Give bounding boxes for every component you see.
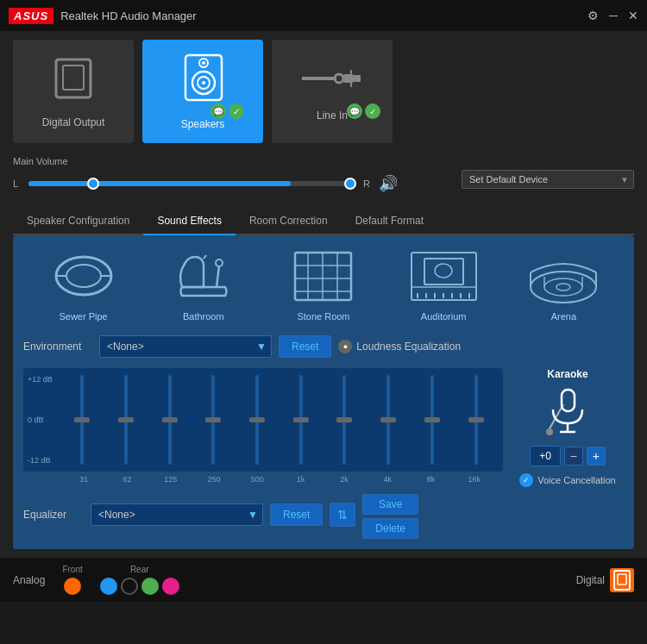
eq-freq-2k: 2k	[336, 475, 353, 484]
eq-thumb-62hz[interactable]	[118, 417, 134, 422]
rear-dot-blue[interactable]	[100, 578, 117, 595]
linein-check-icon: ✓	[365, 103, 380, 119]
eq-thumb-31hz[interactable]	[74, 417, 90, 422]
svg-rect-28	[424, 259, 463, 284]
eq-settings-button[interactable]: ⇅	[330, 503, 355, 527]
svg-point-9	[335, 74, 343, 83]
eq-db-mid: 0 dB	[28, 416, 53, 424]
eq-thumb-125hz[interactable]	[162, 417, 178, 422]
tab-sound-effects[interactable]: Sound Effects	[143, 208, 236, 235]
eq-bar-16khz[interactable]	[468, 375, 485, 465]
eq-freq-250: 250	[205, 475, 223, 484]
eq-freq-500: 500	[248, 475, 266, 484]
minimize-button[interactable]: ─	[609, 9, 618, 22]
eq-bar-2khz[interactable]	[336, 375, 353, 465]
volume-slider[interactable]	[28, 181, 356, 186]
eq-bar-4khz[interactable]	[380, 375, 397, 465]
title-controls: ⚙ ─ ✕	[587, 9, 638, 22]
eq-track-1khz	[299, 375, 303, 465]
eq-thumb-16khz[interactable]	[468, 417, 484, 422]
eq-bar-8khz[interactable]	[424, 375, 441, 465]
eq-bar-31hz[interactable]	[73, 375, 91, 465]
eq-track-250hz	[211, 375, 215, 465]
env-stone-room[interactable]: Stone Room	[285, 246, 362, 322]
loudness-equalization[interactable]: ● Loudness Equalization	[338, 340, 461, 353]
device-tabs: Digital Output 💬 ✓ Speakers	[13, 40, 634, 143]
title-bar: ASUS Realtek HD Audio Manager ⚙ ─ ✕	[0, 0, 647, 31]
default-device-select[interactable]: Set Default Device	[462, 170, 634, 189]
rear-dot-empty1[interactable]	[121, 578, 138, 595]
loudness-label: Loudness Equalization	[356, 341, 461, 353]
equalizer-save-button[interactable]: Save	[362, 494, 418, 515]
eq-freq-1k: 1k	[292, 475, 310, 484]
eq-track-31hz	[80, 375, 84, 465]
stone-room-icon	[285, 246, 362, 306]
close-button[interactable]: ✕	[628, 9, 638, 22]
device-tab-digital-output[interactable]: Digital Output	[13, 40, 134, 143]
eq-thumb-500hz[interactable]	[249, 417, 265, 422]
front-label: Front	[62, 565, 82, 574]
svg-point-49	[546, 428, 553, 435]
bottom-analog-devices: Front Rear	[62, 565, 558, 595]
env-arena[interactable]: Arena	[525, 246, 602, 322]
digital-device-icon[interactable]	[610, 568, 634, 592]
bathroom-icon	[165, 246, 242, 306]
settings-icon[interactable]: ⚙	[587, 9, 599, 22]
karaoke-controls: +0 − +	[512, 446, 624, 466]
volume-label: Main Volume	[13, 156, 634, 166]
eq-thumb-250hz[interactable]	[205, 417, 221, 422]
voice-cancel-label: Voice Cancellation	[537, 475, 616, 485]
svg-point-18	[216, 259, 223, 266]
environment-reset-button[interactable]: Reset	[279, 335, 331, 358]
linein-chat-icon: 💬	[347, 103, 362, 119]
eq-bar-62hz[interactable]	[117, 375, 135, 465]
eq-freq-125: 125	[162, 475, 179, 484]
svg-point-39	[544, 278, 582, 296]
equalizer-section: +12 dB 0 dB -12 dB	[23, 368, 624, 539]
digital-label: Digital	[576, 574, 605, 586]
rear-dot-green[interactable]	[141, 578, 159, 595]
karaoke-plus-button[interactable]: +	[587, 447, 606, 466]
eq-bar-250hz[interactable]	[204, 375, 222, 465]
eq-bar-1khz[interactable]	[292, 375, 310, 465]
svg-point-38	[531, 272, 596, 303]
volume-thumb-right[interactable]	[344, 178, 356, 190]
tab-room-correction[interactable]: Room Correction	[236, 208, 342, 235]
sewer-pipe-label: Sewer Pipe	[59, 311, 107, 322]
equalizer-label: Equalizer	[23, 509, 84, 521]
eq-track-62hz	[124, 375, 128, 465]
env-auditorium[interactable]: Auditorium	[405, 246, 482, 322]
eq-bars	[62, 375, 496, 465]
env-sewer-pipe[interactable]: Sewer Pipe	[45, 246, 122, 322]
save-delete-group: Save Delete	[362, 494, 418, 539]
eq-thumb-2khz[interactable]	[336, 417, 352, 422]
tab-default-format[interactable]: Default Format	[342, 208, 437, 235]
rear-dot-pink[interactable]	[162, 578, 179, 595]
volume-thumb-left[interactable]	[87, 178, 99, 190]
eq-bar-125hz[interactable]	[161, 375, 179, 465]
device-tab-speakers[interactable]: 💬 ✓ Speakers	[142, 40, 263, 143]
loudness-check-icon: ●	[338, 340, 352, 353]
device-tab-line-in[interactable]: 💬 ✓ Line In	[272, 40, 393, 143]
environment-select-wrapper: <None> ▼	[99, 335, 272, 358]
eq-db-high: +12 dB	[28, 375, 53, 384]
eq-thumb-4khz[interactable]	[380, 417, 396, 422]
eq-bar-500hz[interactable]	[248, 375, 266, 465]
eq-thumb-1khz[interactable]	[293, 417, 309, 422]
eq-left: +12 dB 0 dB -12 dB	[23, 368, 503, 539]
eq-freq-16k: 16k	[466, 475, 483, 484]
equalizer-delete-button[interactable]: Delete	[362, 518, 418, 539]
env-bathroom[interactable]: Bathroom	[165, 246, 242, 322]
environment-select[interactable]: <None>	[99, 335, 272, 358]
karaoke-minus-button[interactable]: −	[564, 447, 583, 466]
equalizer-reset-button[interactable]: Reset	[270, 503, 323, 526]
svg-rect-27	[411, 253, 476, 300]
sound-effects-panel: Sewer Pipe Bathroom	[13, 235, 634, 549]
eq-thumb-8khz[interactable]	[424, 417, 440, 422]
tab-speaker-configuration[interactable]: Speaker Configuration	[13, 208, 143, 235]
voice-cancellation[interactable]: ✓ Voice Cancellation	[512, 473, 624, 487]
equalizer-select[interactable]: <None>	[91, 503, 263, 526]
svg-point-37	[435, 264, 452, 278]
main-content: Digital Output 💬 ✓ Speakers	[0, 31, 647, 558]
front-dot-orange[interactable]	[64, 578, 81, 595]
